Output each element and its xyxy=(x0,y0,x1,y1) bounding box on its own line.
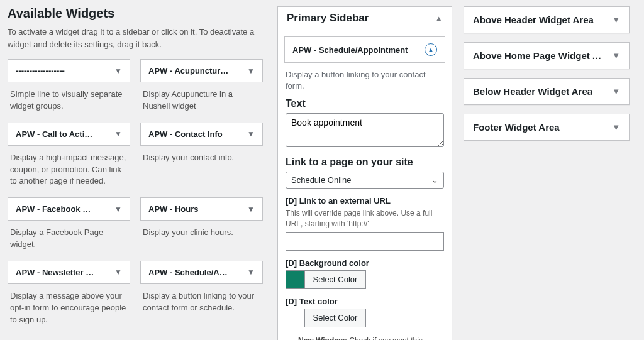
external-url-hint: This will override page link above. Use … xyxy=(286,208,444,229)
available-widgets-intro: To activate a widget drag it to a sideba… xyxy=(8,26,266,50)
widget-desc: Display a high-impact message, coupon, o… xyxy=(10,152,128,188)
chevron-down-icon: ▼ xyxy=(247,67,255,75)
chevron-down-icon: ▼ xyxy=(114,268,122,277)
external-url-input[interactable] xyxy=(286,232,444,251)
link-page-label: Link to a page on your site xyxy=(286,156,444,168)
chevron-up-circle-icon: ▲ xyxy=(425,43,437,56)
bg-color-picker[interactable]: Select Color xyxy=(286,270,366,289)
primary-sidebar-column: Primary Sidebar ▲ APW - Schedule/Appoint… xyxy=(274,0,460,340)
widget-handle[interactable]: APW - Schedule/A… ▼ xyxy=(140,261,263,284)
widget-desc: Display a button linking to your contact… xyxy=(143,290,260,314)
widget-contact-info: APW - Contact Info ▼ Display your contac… xyxy=(140,123,263,188)
new-window-row: New Window: Check if you want this butto… xyxy=(286,336,444,340)
area-title: Above Home Page Widget Area xyxy=(473,50,605,61)
chevron-down-icon: ▼ xyxy=(247,268,255,277)
widget-title: APW - Facebook … xyxy=(16,204,91,214)
chevron-down-icon: ▼ xyxy=(612,51,620,60)
open-widget-desc: Display a button linking to your contact… xyxy=(286,69,444,92)
widget-handle[interactable]: APW - Facebook … ▼ xyxy=(8,197,130,221)
chevron-down-icon: ▼ xyxy=(247,205,255,214)
primary-sidebar-header[interactable]: Primary Sidebar ▲ xyxy=(278,7,452,30)
primary-sidebar-card: Primary Sidebar ▲ APW - Schedule/Appoint… xyxy=(277,6,452,340)
widget-title: APW - Newsletter … xyxy=(16,268,94,277)
text-color-picker[interactable]: Select Color xyxy=(286,309,366,327)
bg-color-label: [D] Background color xyxy=(286,258,444,268)
widgets-grid: ------------------ ▼ Simple line to visu… xyxy=(8,59,266,336)
widget-schedule: APW - Schedule/A… ▼ Display a button lin… xyxy=(140,261,263,326)
widget-handle[interactable]: APW - Newsletter … ▼ xyxy=(8,261,130,284)
link-page-selected: Schedule Online xyxy=(291,175,351,185)
area-title: Below Header Widget Area xyxy=(473,86,592,97)
widget-title: APW - Contact Info xyxy=(148,129,223,139)
widget-title: APW - Acupunctur… xyxy=(148,66,228,75)
area-title: Above Header Widget Area xyxy=(473,14,594,25)
widget-title: APW - Hours xyxy=(148,204,198,214)
text-color-swatch xyxy=(286,309,305,327)
widget-facebook: APW - Facebook … ▼ Display a Facebook Pa… xyxy=(8,197,130,251)
widget-desc: Display a message above your opt-in form… xyxy=(10,290,128,326)
widget-desc: Display your clinic hours. xyxy=(143,227,260,239)
widget-acupuncture: APW - Acupunctur… ▼ Display Acupuncture … xyxy=(140,59,263,112)
widget-desc: Display your contact info. xyxy=(143,152,260,164)
widget-call-to-action: APW - Call to Acti… ▼ Display a high-imp… xyxy=(8,123,130,188)
area-title: Footer Widget Area xyxy=(473,122,560,133)
widget-handle[interactable]: APW - Contact Info ▼ xyxy=(140,123,263,146)
text-field-label: Text xyxy=(286,98,444,109)
open-widget-title: APW - Schedule/Appointment xyxy=(292,45,408,55)
widget-newsletter: APW - Newsletter … ▼ Display a message a… xyxy=(8,261,130,326)
chevron-down-icon: ▼ xyxy=(247,129,255,138)
widget-separator: ------------------ ▼ Simple line to visu… xyxy=(8,59,130,112)
widget-handle[interactable]: APW - Call to Acti… ▼ xyxy=(8,123,130,146)
widget-handle[interactable]: APW - Acupunctur… ▼ xyxy=(140,59,263,82)
bg-color-swatch xyxy=(286,271,305,288)
widget-desc: Display Acupuncture in a Nushell widget xyxy=(143,89,260,112)
widget-handle[interactable]: ------------------ ▼ xyxy=(8,59,130,82)
widget-title: ------------------ xyxy=(16,66,65,75)
chevron-up-icon: ▲ xyxy=(435,14,443,23)
widget-title: APW - Schedule/A… xyxy=(148,268,228,277)
select-color-button[interactable]: Select Color xyxy=(305,309,365,327)
widget-desc: Simple line to visually separate widget … xyxy=(10,89,128,112)
area-above-header[interactable]: Above Header Widget Area ▼ xyxy=(464,6,630,33)
text-color-label: [D] Text color xyxy=(286,297,444,306)
primary-sidebar-title: Primary Sidebar xyxy=(287,12,369,25)
external-url-label: [D] Link to an external URL xyxy=(286,196,444,206)
chevron-down-icon: ▼ xyxy=(612,123,620,132)
chevron-down-icon: ⌄ xyxy=(431,175,438,185)
chevron-down-icon: ▼ xyxy=(114,67,122,75)
chevron-down-icon: ▼ xyxy=(612,15,620,25)
chevron-down-icon: ▼ xyxy=(114,205,122,214)
open-widget-handle[interactable]: APW - Schedule/Appointment ▲ xyxy=(284,36,445,63)
available-widgets-title: Available Widgets xyxy=(8,6,266,21)
available-widgets-column: Available Widgets To activate a widget d… xyxy=(0,0,274,340)
widget-desc: Display a Facebook Page widget. xyxy=(10,227,128,251)
area-footer[interactable]: Footer Widget Area ▼ xyxy=(464,114,630,141)
widget-hours: APW - Hours ▼ Display your clinic hours. xyxy=(140,197,263,251)
area-above-home[interactable]: Above Home Page Widget Area ▼ xyxy=(464,42,630,69)
new-window-label: New Window: Check if you want this butto… xyxy=(298,336,444,340)
other-areas-column: Above Header Widget Area ▼ Above Home Pa… xyxy=(460,0,642,340)
widget-title: APW - Call to Acti… xyxy=(16,129,92,139)
area-below-header[interactable]: Below Header Widget Area ▼ xyxy=(464,78,630,105)
widget-handle[interactable]: APW - Hours ▼ xyxy=(140,197,263,221)
widget-form: Display a button linking to your contact… xyxy=(278,69,452,340)
chevron-down-icon: ▼ xyxy=(612,87,620,96)
chevron-down-icon: ▼ xyxy=(114,129,122,138)
text-field[interactable] xyxy=(286,113,444,147)
link-page-select[interactable]: Schedule Online ⌄ xyxy=(286,172,444,189)
select-color-button[interactable]: Select Color xyxy=(305,271,365,288)
